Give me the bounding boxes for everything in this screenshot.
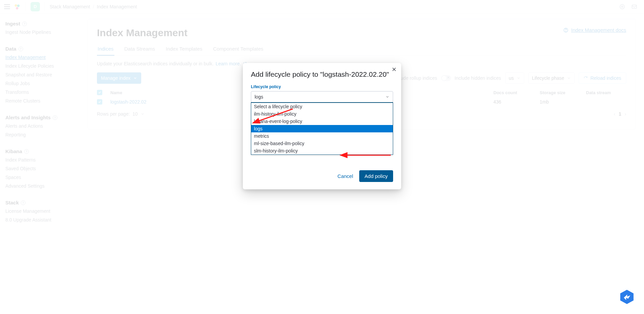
add-lifecycle-policy-modal: Add lifecycle policy to "logstash-2022.0… bbox=[243, 63, 401, 189]
selected-value: logs bbox=[255, 94, 263, 100]
assistant-fab-icon[interactable] bbox=[619, 289, 635, 305]
lifecycle-policy-select[interactable]: logs bbox=[251, 91, 393, 103]
dropdown-option[interactable]: kibana-event-log-policy bbox=[251, 118, 393, 125]
cancel-button[interactable]: Cancel bbox=[337, 173, 353, 179]
dropdown-option[interactable]: Select a lifecycle policy bbox=[251, 103, 393, 110]
dropdown-option[interactable]: metrics bbox=[251, 132, 393, 140]
dropdown-option[interactable]: logs bbox=[251, 125, 393, 132]
modal-title: Add lifecycle policy to "logstash-2022.0… bbox=[251, 70, 393, 78]
lifecycle-policy-dropdown: Select a lifecycle policyilm-history-ilm… bbox=[251, 102, 393, 155]
add-policy-button[interactable]: Add policy bbox=[359, 170, 393, 182]
field-label: Lifecycle policy bbox=[251, 84, 393, 89]
dropdown-option[interactable]: ml-size-based-ilm-policy bbox=[251, 140, 393, 147]
dropdown-option[interactable]: ilm-history-ilm-policy bbox=[251, 110, 393, 118]
chevron-down-icon bbox=[385, 95, 389, 99]
dropdown-option[interactable]: slm-history-ilm-policy bbox=[251, 147, 393, 154]
close-icon[interactable] bbox=[391, 66, 397, 72]
